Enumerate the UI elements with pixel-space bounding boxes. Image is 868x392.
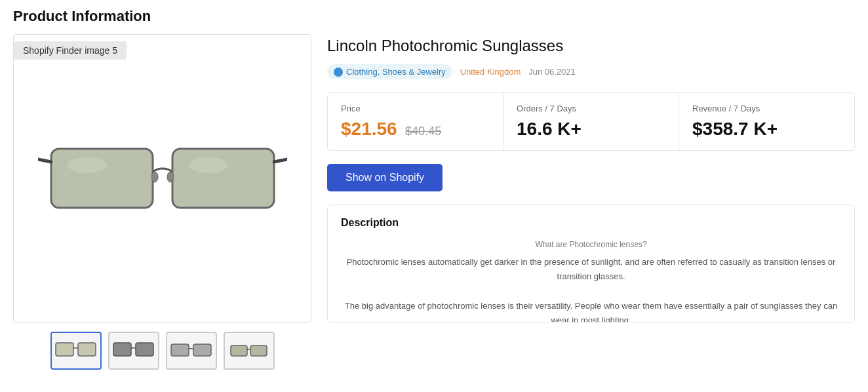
svg-point-5 <box>167 172 174 182</box>
show-shopify-button[interactable]: Show on Shopify <box>327 164 443 191</box>
revenue-value: $358.7 K+ <box>692 119 841 140</box>
svg-rect-6 <box>52 150 151 206</box>
price-original: $40.45 <box>405 125 441 138</box>
description-content: What are Photochromic lenses? Photochrom… <box>341 238 841 323</box>
svg-rect-7 <box>174 150 273 206</box>
image-panel: Shopify Finder image 5 <box>13 34 311 370</box>
orders-value: 16.6 K+ <box>517 119 665 140</box>
svg-point-4 <box>151 172 158 182</box>
svg-point-9 <box>189 157 228 173</box>
svg-rect-13 <box>136 343 153 356</box>
svg-line-3 <box>274 155 287 162</box>
description-section: Description What are Photochromic lenses… <box>327 205 855 323</box>
svg-rect-11 <box>78 343 96 356</box>
description-para1: Photochromic lenses automatically get da… <box>341 255 841 284</box>
location-label: United Kingdom <box>460 67 521 77</box>
svg-rect-14 <box>171 344 189 356</box>
description-para2: The big advantage of photochromic lenses… <box>341 299 841 323</box>
thumbnail-4[interactable] <box>224 332 275 370</box>
svg-rect-15 <box>193 344 211 356</box>
main-image-container: Shopify Finder image 5 <box>13 34 311 323</box>
image-label: Shopify Finder image 5 <box>14 41 127 60</box>
page-title: Product Information <box>13 8 855 25</box>
stats-row: Price $21.56 $40.45 Orders / 7 Days 16.6… <box>327 92 855 151</box>
category-badge: Clothing, Shoes & Jewelry <box>327 64 452 79</box>
orders-label: Orders / 7 Days <box>517 104 665 113</box>
revenue-label: Revenue / 7 Days <box>692 104 841 113</box>
thumbnail-1[interactable] <box>50 332 102 370</box>
product-image <box>38 87 287 270</box>
price-value: $21.56 $40.45 <box>341 119 490 140</box>
thumbnail-3[interactable] <box>166 332 217 370</box>
category-icon <box>334 68 343 77</box>
price-current: $21.56 <box>341 119 397 139</box>
date-label: Jun 06,2021 <box>528 67 576 77</box>
category-label: Clothing, Shoes & Jewelry <box>346 67 446 77</box>
orders-card: Orders / 7 Days 16.6 K+ <box>503 93 679 150</box>
product-meta: Clothing, Shoes & Jewelry United Kingdom… <box>327 64 855 79</box>
product-title: Lincoln Photochromic Sunglasses <box>327 37 855 55</box>
description-heading: What are Photochromic lenses? <box>341 238 841 251</box>
main-content: Shopify Finder image 5 <box>13 34 855 370</box>
svg-line-2 <box>38 155 51 162</box>
thumbnail-2[interactable] <box>108 332 159 370</box>
revenue-card: Revenue / 7 Days $358.7 K+ <box>679 93 854 150</box>
product-details: Lincoln Photochromic Sunglasses Clothing… <box>327 34 855 323</box>
price-label: Price <box>341 104 490 113</box>
svg-rect-17 <box>250 345 267 356</box>
svg-rect-12 <box>113 343 131 356</box>
description-title: Description <box>341 217 841 229</box>
thumbnails <box>13 332 311 370</box>
svg-rect-10 <box>56 343 73 356</box>
svg-rect-16 <box>231 345 247 356</box>
svg-point-8 <box>68 157 107 173</box>
price-card: Price $21.56 $40.45 <box>328 93 503 150</box>
